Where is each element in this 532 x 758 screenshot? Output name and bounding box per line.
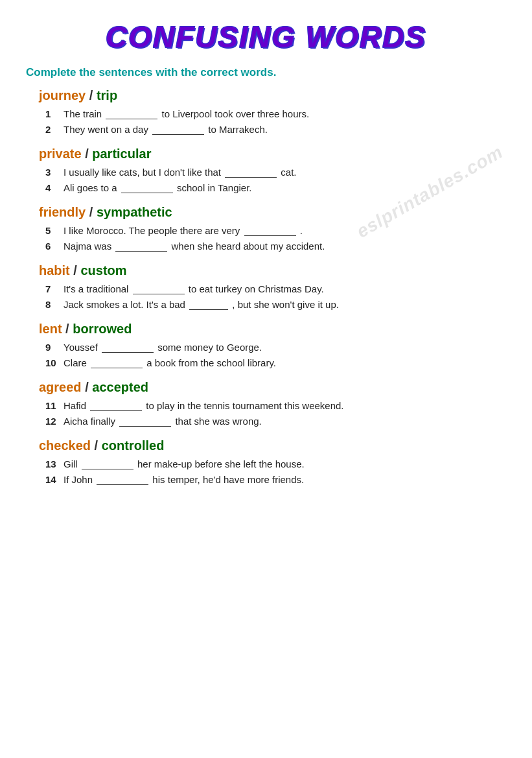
sentence-number: 6 <box>45 241 64 252</box>
word2-friendly-sympathetic: sympathetic <box>97 205 172 219</box>
sentence-text: Ali goes to a school in Tangier. <box>64 182 506 193</box>
sentence-number: 2 <box>45 124 64 135</box>
slash-checked-controlled: / <box>91 438 102 453</box>
slash-journey-trip: / <box>86 88 97 102</box>
word1-lent-borrowed: lent <box>39 322 62 336</box>
blank-field <box>102 344 154 353</box>
word1-habit-custom: habit <box>39 263 70 278</box>
word1-private-particular: private <box>39 147 82 161</box>
blank-field <box>82 460 133 469</box>
word1-agreed-accepted: agreed <box>39 380 82 394</box>
word2-agreed-accepted: accepted <box>92 380 148 394</box>
word2-lent-borrowed: borrowed <box>73 322 132 336</box>
sentence-number: 14 <box>45 474 64 485</box>
blank-field <box>152 126 204 135</box>
slash-habit-custom: / <box>70 263 81 278</box>
blank-field <box>90 402 142 411</box>
blank-field <box>119 418 171 427</box>
sentence-text: If John his temper, he'd have more frien… <box>64 474 506 485</box>
section-header-journey-trip: journey / trip <box>39 88 506 103</box>
word2-checked-controlled: controlled <box>102 438 165 453</box>
section-header-friendly-sympathetic: friendly / sympathetic <box>39 205 506 220</box>
sentence-text: Hafid to play in the tennis tournament t… <box>64 400 506 411</box>
section-header-private-particular: private / particular <box>39 147 506 161</box>
sentence-number: 9 <box>45 342 64 353</box>
sentence-row: 6Najma was when she heard about my accid… <box>45 241 506 252</box>
sentences-agreed-accepted: 11Hafid to play in the tennis tournament… <box>39 400 506 427</box>
section-habit-custom: habit / custom7It's a traditional to eat… <box>26 263 506 310</box>
sentence-row: 5I like Morocco. The people there are ve… <box>45 225 506 236</box>
sentence-row: 8Jack smokes a lot. It's a bad , but she… <box>45 299 506 310</box>
sentence-text: I like Morocco. The people there are ver… <box>64 225 506 236</box>
sentence-number: 7 <box>45 283 64 294</box>
sentence-number: 11 <box>45 400 64 411</box>
blank-field <box>225 169 277 178</box>
sentence-text: Najma was when she heard about my accide… <box>64 241 506 252</box>
page-title: CONFUSING WORDS <box>106 19 426 54</box>
sentence-number: 12 <box>45 416 64 427</box>
section-lent-borrowed: lent / borrowed9Youssef some money to Ge… <box>26 322 506 368</box>
sentences-journey-trip: 1The train to Liverpool took over three … <box>39 108 506 135</box>
sentence-number: 10 <box>45 357 64 368</box>
sentence-text: Jack smokes a lot. It's a bad , but she … <box>64 299 506 310</box>
section-friendly-sympathetic: friendly / sympathetic5I like Morocco. T… <box>26 205 506 252</box>
sentence-row: 12Aicha finally that she was wrong. <box>45 416 506 427</box>
sentence-text: The train to Liverpool took over three h… <box>64 108 506 119</box>
sentence-row: 14If John his temper, he'd have more fri… <box>45 474 506 485</box>
slash-agreed-accepted: / <box>82 380 93 394</box>
blank-field <box>115 243 167 252</box>
sentences-checked-controlled: 13Gill her make-up before she left the h… <box>39 458 506 485</box>
blank-field <box>133 285 185 294</box>
sentence-number: 8 <box>45 299 64 310</box>
sentence-text: Gill her make-up before she left the hou… <box>64 458 506 469</box>
sentence-row: 4Ali goes to a school in Tangier. <box>45 182 506 193</box>
sentence-row: 2They went on a day to Marrakech. <box>45 124 506 135</box>
word1-checked-controlled: checked <box>39 438 91 453</box>
sentences-lent-borrowed: 9Youssef some money to George.10Clare a … <box>39 342 506 368</box>
word2-journey-trip: trip <box>97 88 117 102</box>
sentence-text: Clare a book from the school library. <box>64 357 506 368</box>
word2-habit-custom: custom <box>80 263 126 278</box>
sentence-row: 3I usually like cats, but I don't like t… <box>45 167 506 178</box>
sections-container: journey / trip1The train to Liverpool to… <box>26 88 506 485</box>
sentence-number: 3 <box>45 167 64 178</box>
sentence-text: I usually like cats, but I don't like th… <box>64 167 506 178</box>
sentences-habit-custom: 7It's a traditional to eat turkey on Chr… <box>39 283 506 310</box>
slash-private-particular: / <box>82 147 93 161</box>
sentences-private-particular: 3I usually like cats, but I don't like t… <box>39 167 506 193</box>
sentence-number: 5 <box>45 225 64 236</box>
sentence-text: It's a traditional to eat turkey on Chri… <box>64 283 506 294</box>
sentence-number: 4 <box>45 182 64 193</box>
sentence-text: Youssef some money to George. <box>64 342 506 353</box>
sentence-text: Aicha finally that she was wrong. <box>64 416 506 427</box>
slash-lent-borrowed: / <box>62 322 73 336</box>
section-header-checked-controlled: checked / controlled <box>39 438 506 453</box>
sentence-row: 11Hafid to play in the tennis tournament… <box>45 400 506 411</box>
section-header-habit-custom: habit / custom <box>39 263 506 278</box>
sentence-row: 9Youssef some money to George. <box>45 342 506 353</box>
sentence-row: 10Clare a book from the school library. <box>45 357 506 368</box>
section-header-agreed-accepted: agreed / accepted <box>39 380 506 395</box>
section-journey-trip: journey / trip1The train to Liverpool to… <box>26 88 506 135</box>
sentence-number: 1 <box>45 108 64 119</box>
blank-field <box>106 110 157 119</box>
section-header-lent-borrowed: lent / borrowed <box>39 322 506 337</box>
sentence-row: 1The train to Liverpool took over three … <box>45 108 506 119</box>
section-agreed-accepted: agreed / accepted11Hafid to play in the … <box>26 380 506 427</box>
blank-field <box>97 476 148 485</box>
section-checked-controlled: checked / controlled13Gill her make-up b… <box>26 438 506 485</box>
blank-field <box>121 184 173 193</box>
word1-friendly-sympathetic: friendly <box>39 205 86 219</box>
sentences-friendly-sympathetic: 5I like Morocco. The people there are ve… <box>39 225 506 252</box>
instruction-text: Complete the sentences with the correct … <box>26 66 506 79</box>
sentence-number: 13 <box>45 458 64 469</box>
word1-journey-trip: journey <box>39 88 86 102</box>
blank-field <box>189 301 228 310</box>
word2-private-particular: particular <box>92 147 151 161</box>
sentence-row: 7It's a traditional to eat turkey on Chr… <box>45 283 506 294</box>
slash-friendly-sympathetic: / <box>86 205 97 219</box>
sentence-text: They went on a day to Marrakech. <box>64 124 506 135</box>
blank-field <box>244 227 296 236</box>
blank-field <box>91 359 143 368</box>
section-private-particular: private / particular3I usually like cats… <box>26 147 506 193</box>
